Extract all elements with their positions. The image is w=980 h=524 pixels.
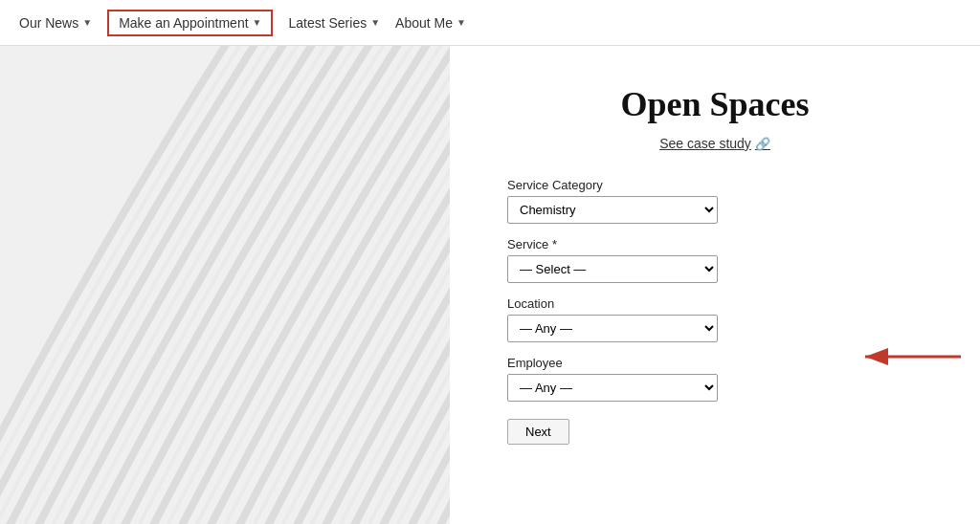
location-group: Location — Any — bbox=[507, 296, 718, 342]
page-title: Open Spaces bbox=[620, 84, 809, 124]
hero-image bbox=[0, 46, 450, 524]
case-study-link[interactable]: See case study 🔗 bbox=[659, 136, 770, 151]
nav-about-me[interactable]: About Me ▼ bbox=[395, 15, 466, 31]
external-link-icon: 🔗 bbox=[755, 137, 770, 151]
next-button[interactable]: Next bbox=[507, 419, 569, 445]
navigation: Our News ▼ Make an Appointment ▼ Latest … bbox=[0, 0, 980, 46]
service-category-group: Service Category Chemistry Biology Physi… bbox=[507, 178, 718, 224]
service-group: Service * — Select — bbox=[507, 237, 718, 283]
appointment-form: Service Category Chemistry Biology Physi… bbox=[507, 178, 923, 445]
nav-our-news-label: Our News bbox=[19, 15, 78, 31]
nav-our-news[interactable]: Our News ▼ bbox=[19, 15, 92, 31]
nav-latest-series[interactable]: Latest Series ▼ bbox=[288, 15, 380, 31]
nav-make-appointment[interactable]: Make an Appointment ▼ bbox=[107, 10, 273, 36]
employee-label: Employee bbox=[507, 356, 718, 370]
service-label: Service * bbox=[507, 237, 718, 251]
employee-group: Employee — Any — bbox=[507, 356, 718, 402]
location-label: Location bbox=[507, 296, 718, 311]
service-category-label: Service Category bbox=[507, 178, 718, 192]
chevron-down-icon: ▼ bbox=[253, 17, 262, 28]
arrow-annotation bbox=[856, 342, 970, 375]
right-content: Open Spaces See case study 🔗 Service Cat… bbox=[450, 46, 980, 524]
main-layout: Open Spaces See case study 🔗 Service Cat… bbox=[0, 46, 980, 524]
service-category-select[interactable]: Chemistry Biology Physics bbox=[507, 196, 718, 224]
chevron-down-icon: ▼ bbox=[82, 17, 92, 28]
nav-about-me-label: About Me bbox=[395, 15, 453, 31]
nav-latest-series-label: Latest Series bbox=[288, 15, 367, 31]
nav-make-appointment-label: Make an Appointment bbox=[119, 15, 248, 31]
chevron-down-icon: ▼ bbox=[457, 17, 466, 28]
employee-select[interactable]: — Any — bbox=[507, 374, 718, 402]
case-study-label: See case study bbox=[659, 136, 751, 151]
service-select[interactable]: — Select — bbox=[507, 255, 718, 283]
chevron-down-icon: ▼ bbox=[370, 17, 380, 28]
location-select[interactable]: — Any — bbox=[507, 315, 718, 342]
